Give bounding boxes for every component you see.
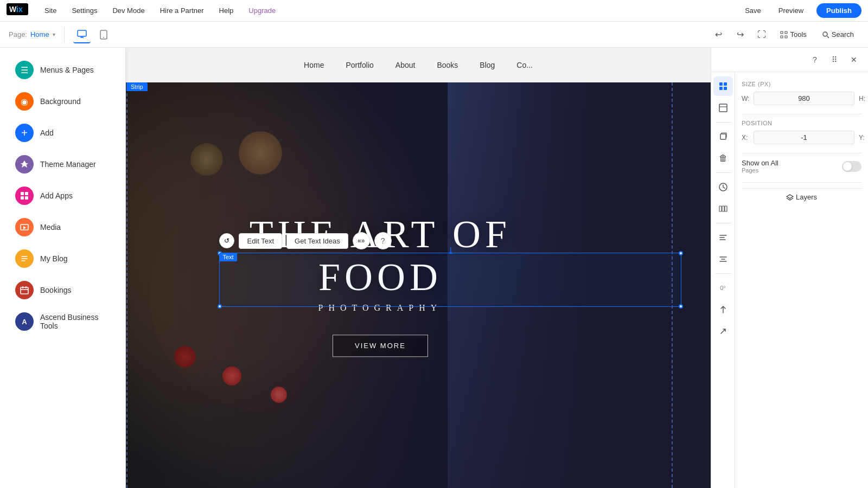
topbar-settings[interactable]: Settings [68, 4, 100, 17]
sidebar-label-bookings: Bookings [40, 286, 72, 294]
wix-logo: W ix [7, 3, 28, 18]
sidebar-item-ascend[interactable]: A Ascend Business Tools [4, 307, 121, 336]
sidebar-item-bookings[interactable]: Bookings [4, 275, 121, 305]
rail-align-left-icon[interactable] [713, 228, 733, 247]
save-button[interactable]: Save [741, 4, 765, 17]
x-input[interactable] [754, 131, 854, 144]
sidebar-item-my-blog[interactable]: My Blog [4, 244, 121, 273]
mobile-view-button[interactable] [95, 26, 112, 43]
y-label: Y: [859, 134, 867, 142]
nav-home[interactable]: Home [304, 61, 324, 69]
ascend-icon: A [15, 312, 34, 331]
redo-button[interactable]: ↪ [731, 26, 749, 43]
add-apps-icon [15, 187, 34, 205]
topbar-help[interactable]: Help [216, 4, 237, 17]
nav-portfolio[interactable]: Portfolio [346, 61, 373, 69]
desktop-view-button[interactable] [73, 26, 91, 43]
position-section: Position X: Y: [742, 120, 861, 144]
nav-books[interactable]: Books [437, 61, 458, 69]
size-label: Size (px) [742, 81, 861, 87]
search-label: Search [832, 30, 854, 38]
divider1 [742, 114, 861, 114]
fullscreen-button[interactable]: ⛶ [753, 26, 770, 43]
show-all-pages-toggle[interactable] [842, 161, 861, 172]
svg-rect-22 [720, 134, 726, 139]
svg-text:W: W [9, 5, 17, 14]
rail-rotation-icon[interactable]: 0° [713, 278, 733, 298]
width-input[interactable] [754, 92, 854, 105]
svg-rect-7 [785, 31, 787, 34]
publish-button[interactable]: Publish [816, 3, 861, 18]
sidebar-item-add-apps[interactable]: Add Apps [4, 181, 121, 210]
x-field: X: [742, 131, 854, 144]
rail-design-icon[interactable] [713, 76, 733, 96]
close-icon[interactable]: ✕ [846, 52, 861, 67]
edit-toolbar: ↺ Edit Text Get Text Ideas «» ? [219, 232, 391, 249]
topbar-site[interactable]: Site [41, 4, 60, 17]
position-label: Position [742, 120, 861, 126]
edit-text-button[interactable]: Edit Text [239, 233, 282, 249]
rail-distribute-icon[interactable] [713, 249, 733, 269]
sidebar-label-media: Media [40, 223, 61, 232]
svg-rect-17 [719, 82, 723, 86]
site-navigation: Home Portfolio About Books Blog Co... [126, 48, 711, 82]
site-preview: Home Portfolio About Books Blog Co... [126, 48, 711, 488]
view-more-button[interactable]: View More [333, 335, 428, 357]
move-handle[interactable]: ⤓ [447, 246, 454, 256]
x-label: X: [742, 134, 750, 142]
layers-label: Layers [796, 193, 817, 201]
rail-separator2 [716, 172, 731, 173]
help-button[interactable]: ? [374, 232, 392, 249]
topbar-hire-partner[interactable]: Hire a Partner [157, 4, 207, 17]
topbar-upgrade[interactable]: Upgrade [245, 4, 279, 17]
page-label: Page: [9, 30, 27, 38]
search-button[interactable]: Search [816, 28, 859, 41]
sidebar-label-ascend: Ascend Business Tools [40, 313, 110, 330]
svg-rect-20 [724, 87, 727, 90]
get-text-ideas-button[interactable]: Get Text Ideas [286, 233, 348, 249]
layers-button[interactable]: Layers [742, 188, 861, 206]
question-icon[interactable]: ? [807, 52, 822, 67]
topbar-devmode[interactable]: Dev Mode [109, 4, 148, 17]
svg-rect-14 [25, 196, 28, 200]
drag-dots-icon[interactable]: ⠿ [827, 52, 842, 67]
rail-copy-icon[interactable] [713, 127, 733, 146]
svg-rect-24 [719, 206, 722, 211]
height-field: H: [859, 92, 868, 105]
width-field: W: [742, 92, 854, 105]
left-dashed-border [126, 82, 127, 488]
drag-handle[interactable]: ↺ [219, 233, 234, 248]
theme-manager-icon [15, 155, 34, 174]
rail-separator [716, 122, 731, 123]
tools-button[interactable]: Tools [775, 28, 812, 41]
sidebar-label-add-apps: Add Apps [40, 191, 73, 200]
rail-style-icon[interactable] [713, 177, 733, 197]
sidebar-item-add[interactable]: + Add [4, 118, 121, 147]
rail-flip-icon[interactable] [713, 300, 733, 319]
show-all-text: Show on All Pages [742, 159, 778, 174]
sidebar-item-media[interactable]: Media [4, 213, 121, 242]
undo-button[interactable]: ↩ [710, 26, 727, 43]
nav-contact[interactable]: Co... [516, 61, 533, 69]
sidebar-item-background[interactable]: ◉ Background [4, 87, 121, 116]
sidebar-label-background: Background [40, 97, 81, 106]
rail-layout-icon[interactable] [713, 98, 733, 118]
rpanel-content: Size (px) W: H: Position [735, 72, 868, 488]
svg-rect-3 [78, 30, 86, 36]
pages-label: Pages [742, 167, 778, 174]
svg-rect-16 [21, 287, 28, 294]
svg-rect-21 [719, 104, 727, 112]
sidebar-item-menus-pages[interactable]: ☰ Menus & Pages [4, 55, 121, 85]
rail-delete-icon[interactable]: 🗑 [713, 149, 733, 168]
ai-edit-button[interactable]: «» [353, 232, 370, 249]
right-panel-header: ? ⠿ ✕ [711, 48, 868, 72]
sidebar-label-add: Add [40, 129, 54, 137]
preview-button[interactable]: Preview [774, 4, 808, 17]
rail-columns-icon[interactable] [713, 199, 733, 219]
nav-blog[interactable]: Blog [480, 61, 495, 69]
rail-scale-icon[interactable] [713, 322, 733, 341]
sidebar-item-theme-manager[interactable]: Theme Manager [4, 150, 121, 179]
page-name: Home [30, 30, 49, 38]
nav-about[interactable]: About [395, 61, 416, 69]
page-selector[interactable]: Page: Home ▾ [9, 30, 55, 38]
